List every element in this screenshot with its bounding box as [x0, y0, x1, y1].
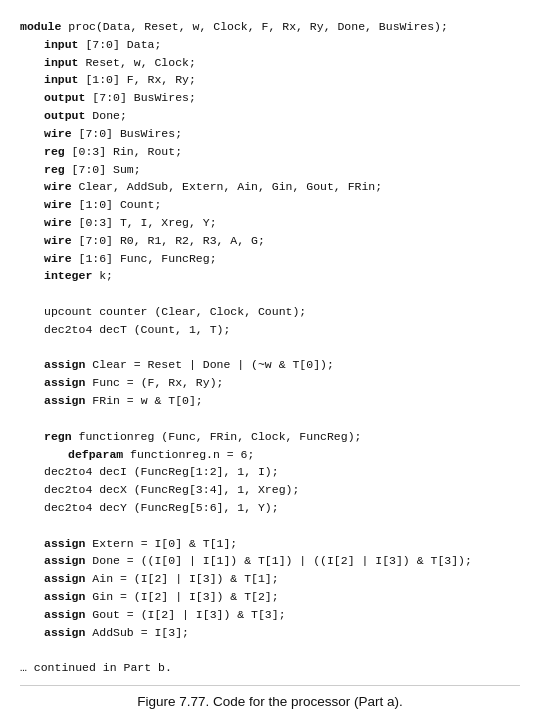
code-line: wire [7:0] R0, R1, R2, R3, A, G; — [20, 232, 520, 250]
code-line: assign Clear = Reset | Done | (~w & T[0]… — [20, 356, 520, 374]
code-line: assign Func = (F, Rx, Ry); — [20, 374, 520, 392]
code-line: assign Gout = (I[2] | I[3]) & T[3]; — [20, 606, 520, 624]
code-line: assign Gin = (I[2] | I[3]) & T[2]; — [20, 588, 520, 606]
code-line: wire [7:0] BusWires; — [20, 125, 520, 143]
code-line: dec2to4 decX (FuncReg[3:4], 1, Xreg); — [20, 481, 520, 499]
code-line: input Reset, w, Clock; — [20, 54, 520, 72]
code-line: wire [0:3] T, I, Xreg, Y; — [20, 214, 520, 232]
page: module proc(Data, Reset, w, Clock, F, Rx… — [0, 0, 540, 720]
code-line: assign Extern = I[0] & T[1]; — [20, 535, 520, 553]
code-line: wire Clear, AddSub, Extern, Ain, Gin, Go… — [20, 178, 520, 196]
code-line: defparam functionreg.n = 6; — [20, 446, 520, 464]
code-line: input [1:0] F, Rx, Ry; — [20, 71, 520, 89]
code-line: upcount counter (Clear, Clock, Count); — [20, 303, 520, 321]
code-line: output [7:0] BusWires; — [20, 89, 520, 107]
code-line: dec2to4 decY (FuncReg[5:6], 1, Y); — [20, 499, 520, 517]
code-line: input [7:0] Data; — [20, 36, 520, 54]
code-line: integer k; — [20, 267, 520, 285]
code-line: assign Done = ((I[0] | I[1]) & T[1]) | (… — [20, 552, 520, 570]
code-line: dec2to4 decT (Count, 1, T); — [20, 321, 520, 339]
code-line — [20, 641, 520, 659]
code-line: dec2to4 decI (FuncReg[1:2], 1, I); — [20, 463, 520, 481]
code-line: output Done; — [20, 107, 520, 125]
code-line: … continued in Part b. — [20, 659, 520, 677]
code-line: assign Ain = (I[2] | I[3]) & T[1]; — [20, 570, 520, 588]
code-line: reg [7:0] Sum; — [20, 161, 520, 179]
code-line — [20, 517, 520, 535]
code-line — [20, 339, 520, 357]
code-line: assign FRin = w & T[0]; — [20, 392, 520, 410]
code-line: wire [1:6] Func, FuncReg; — [20, 250, 520, 268]
code-block: module proc(Data, Reset, w, Clock, F, Rx… — [20, 18, 520, 677]
code-line: regn functionreg (Func, FRin, Clock, Fun… — [20, 428, 520, 446]
code-line: reg [0:3] Rin, Rout; — [20, 143, 520, 161]
code-line: module proc(Data, Reset, w, Clock, F, Rx… — [20, 18, 520, 36]
code-line: assign AddSub = I[3]; — [20, 624, 520, 642]
code-line: wire [1:0] Count; — [20, 196, 520, 214]
code-line — [20, 285, 520, 303]
figure-caption: Figure 7.77. Code for the processor (Par… — [20, 685, 520, 709]
code-line — [20, 410, 520, 428]
